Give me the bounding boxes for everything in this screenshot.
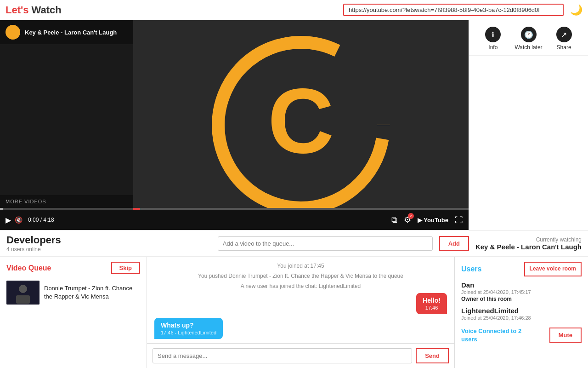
system-message-2: You pushed Donnie Trumpet - Zion ft. Cha… <box>154 273 447 279</box>
url-input[interactable] <box>343 4 564 16</box>
left-sidebar: Video Queue Skip Donnie Trumpet - Zion f… <box>0 257 147 368</box>
currently-watching-label: Currently watching <box>475 236 582 243</box>
svg-text:C: C <box>10 28 16 36</box>
youtube-logo: ▶ YouTube <box>418 217 448 224</box>
queue-thumb-image <box>6 281 40 305</box>
title-black: Watch <box>28 4 61 16</box>
info-label: Info <box>488 44 498 51</box>
right-panel: ℹ Info 🕐 Watch later ↗ Share <box>469 20 588 230</box>
mute-button[interactable]: Mute <box>549 328 582 343</box>
send-button[interactable]: Send <box>416 348 449 363</box>
room-users-online: 4 users online <box>6 246 211 253</box>
svg-point-5 <box>19 285 27 293</box>
user-item-dan: Dan Joined at 25/04/2020, 17:45:17 Owner… <box>461 281 582 302</box>
watch-later-icon: 🕐 <box>521 27 537 42</box>
user-lightened-joined: Joined at 25/04/2020, 17:46:28 <box>461 315 582 321</box>
watch-later-label: Watch later <box>514 44 542 51</box>
voice-section: Voice Connected to 2 users Mute <box>461 327 582 344</box>
users-title: Users <box>461 265 481 273</box>
bubble-text-whatsup: Whats up? <box>161 322 216 329</box>
more-videos-label: MORE VIDEOS <box>0 195 133 208</box>
comedy-central-big-logo: C <box>209 33 393 217</box>
app-title: Let's Watch <box>6 4 62 16</box>
video-title: Key & Peele - Laron Can't Laugh <box>25 29 117 36</box>
subtitles-icon[interactable]: ⧉ <box>391 215 397 225</box>
room-name: Developers <box>6 234 211 246</box>
users-header: Users Leave voice room <box>461 262 582 276</box>
video-section: C Key & Peele - Laron Can't Laugh MORE V… <box>0 20 588 230</box>
share-icon: ↗ <box>556 27 572 42</box>
queue-thumbnail <box>6 281 40 305</box>
room-info: Developers 4 users online <box>6 234 211 253</box>
moon-icon: 🌙 <box>570 4 582 16</box>
svg-text:C: C <box>268 69 334 172</box>
svg-rect-6 <box>16 295 30 304</box>
watch-later-button[interactable]: 🕐 Watch later <box>514 27 542 51</box>
user-dan-joined: Joined at 25/04/2020, 17:45:17 <box>461 289 582 295</box>
bubble-text-hello: Hello! <box>423 297 441 304</box>
room-controls-bar: Developers 4 users online Add Currently … <box>0 230 588 257</box>
left-panel: C Key & Peele - Laron Can't Laugh MORE V… <box>0 20 133 230</box>
leave-voice-button[interactable]: Leave voice room <box>524 262 582 276</box>
skip-button[interactable]: Skip <box>111 262 140 274</box>
share-button[interactable]: ↗ Share <box>556 27 572 51</box>
user-lightened-name: LightenedLimited <box>461 307 582 315</box>
play-button[interactable]: ▶ <box>6 216 11 224</box>
system-message-1: You joined at 17:45 <box>154 263 447 269</box>
bubble-time-hello: 17:46 <box>423 305 441 310</box>
video-main: C ⧉ ⚙ 2 ▶ YouTube ⛶ <box>133 20 469 230</box>
system-message-3: A new user has joined the chat: Lightene… <box>154 283 447 289</box>
chat-messages: You joined at 17:45 You pushed Donnie Tr… <box>147 257 454 343</box>
chat-input-row: Send <box>147 343 454 368</box>
chat-area: You joined at 17:45 You pushed Donnie Tr… <box>147 257 455 368</box>
comedy-central-logo: C <box>6 25 20 40</box>
chat-bubble-hello: Hello! 17:46 <box>416 293 447 314</box>
user-item-lightened: LightenedLimited Joined at 25/04/2020, 1… <box>461 307 582 321</box>
video-title-bar: C Key & Peele - Laron Can't Laugh <box>0 20 133 44</box>
user-dan-name: Dan <box>461 281 582 289</box>
add-to-queue-button[interactable]: Add <box>439 236 469 251</box>
video-controls: ▶ 🔇 0:00 / 4:18 <box>0 210 133 230</box>
currently-watching: Currently watching Key & Peele - Laron C… <box>475 236 582 251</box>
bubble-meta-whatsup: 17:46 - LightenedLimited <box>161 330 216 335</box>
video-bottom-controls: ⧉ ⚙ 2 ▶ YouTube ⛶ <box>133 210 469 230</box>
queue-item-title: Donnie Trumpet - Zion ft. Chance the Rap… <box>44 284 140 301</box>
share-label: Share <box>557 44 571 51</box>
queue-item: Donnie Trumpet - Zion ft. Chance the Rap… <box>0 277 147 308</box>
settings-badge-btn[interactable]: ⚙ 2 <box>404 215 411 225</box>
video-queue-header: Video Queue Skip <box>0 257 147 277</box>
info-button[interactable]: ℹ Info <box>485 27 501 51</box>
mute-button[interactable]: 🔇 <box>15 216 23 224</box>
video-queue-input[interactable] <box>218 236 433 251</box>
voice-connected-label: Voice Connected to 2 users <box>461 327 530 344</box>
chat-input[interactable] <box>153 348 412 363</box>
chat-bubble-whatsup: Whats up? 17:46 - LightenedLimited <box>154 318 223 339</box>
time-display: 0:00 / 4:18 <box>28 217 54 223</box>
fullscreen-button[interactable]: ⛶ <box>455 215 463 225</box>
users-panel: Users Leave voice room Dan Joined at 25/… <box>455 257 588 368</box>
currently-watching-title: Key & Peele - Laron Can't Laugh <box>475 243 582 251</box>
top-bar: Let's Watch 🌙 <box>0 0 588 20</box>
video-action-icons: ℹ Info 🕐 Watch later ↗ Share <box>469 20 588 56</box>
title-red: Let's <box>6 4 28 16</box>
user-dan-role: Owner of this room <box>461 296 582 302</box>
bottom-area: Video Queue Skip Donnie Trumpet - Zion f… <box>0 257 588 368</box>
video-queue-title: Video Queue <box>6 264 51 272</box>
info-icon: ℹ <box>485 27 501 42</box>
